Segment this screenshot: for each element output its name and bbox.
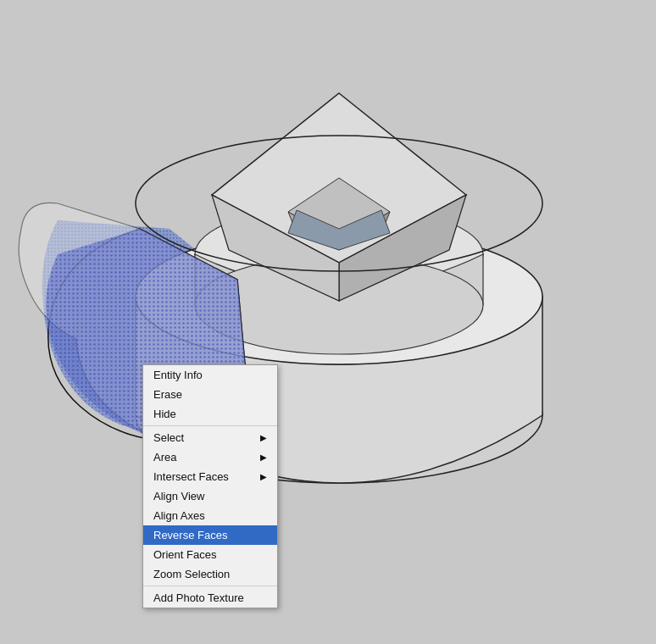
- menu-item-hide[interactable]: Hide: [143, 404, 277, 424]
- menu-item-align-axes[interactable]: Align Axes: [143, 506, 277, 525]
- menu-item-label-hide: Hide: [153, 408, 267, 420]
- menu-separator-zoom-selection: [143, 586, 277, 586]
- menu-item-entity-info[interactable]: Entity Info: [143, 365, 277, 385]
- context-menu: Entity InfoEraseHideSelect▶Area▶Intersec…: [142, 364, 278, 608]
- menu-item-add-photo-texture[interactable]: Add Photo Texture: [143, 588, 277, 608]
- menu-item-label-zoom-selection: Zoom Selection: [153, 568, 267, 580]
- menu-item-label-select: Select: [153, 431, 253, 444]
- submenu-arrow-select: ▶: [260, 433, 267, 442]
- menu-item-align-view[interactable]: Align View: [143, 486, 277, 506]
- menu-item-label-orient-faces: Orient Faces: [153, 548, 267, 561]
- scene-svg: [0, 0, 656, 644]
- menu-item-reverse-faces[interactable]: Reverse Faces: [143, 525, 277, 545]
- menu-item-label-reverse-faces: Reverse Faces: [153, 529, 267, 541]
- menu-item-label-align-view: Align View: [153, 490, 267, 502]
- menu-separator-hide: [143, 425, 277, 426]
- menu-item-label-area: Area: [153, 451, 253, 464]
- submenu-arrow-area: ▶: [260, 452, 267, 462]
- menu-item-label-add-photo-texture: Add Photo Texture: [153, 591, 267, 604]
- menu-item-erase[interactable]: Erase: [143, 385, 277, 404]
- menu-item-label-align-axes: Align Axes: [153, 509, 267, 522]
- menu-item-zoom-selection[interactable]: Zoom Selection: [143, 564, 277, 584]
- viewport: Entity InfoEraseHideSelect▶Area▶Intersec…: [0, 0, 656, 644]
- menu-item-label-erase: Erase: [153, 388, 267, 401]
- menu-item-label-entity-info: Entity Info: [153, 369, 267, 381]
- menu-item-orient-faces[interactable]: Orient Faces: [143, 545, 277, 564]
- menu-item-label-intersect-faces: Intersect Faces: [153, 470, 253, 483]
- submenu-arrow-intersect-faces: ▶: [260, 472, 267, 481]
- menu-item-area[interactable]: Area▶: [143, 447, 277, 467]
- menu-item-select[interactable]: Select▶: [143, 428, 277, 447]
- menu-item-intersect-faces[interactable]: Intersect Faces▶: [143, 467, 277, 486]
